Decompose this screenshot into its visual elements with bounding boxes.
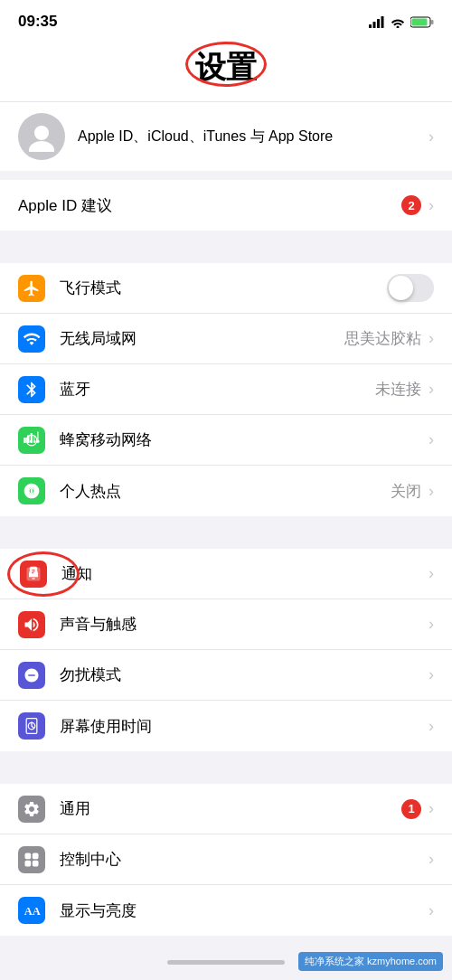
apple-id-suggestion-row[interactable]: Apple ID 建议 2 › <box>0 180 452 231</box>
wifi-icon <box>23 330 41 348</box>
status-bar: 09:35 <box>0 0 452 40</box>
hotspot-icon <box>23 482 41 500</box>
display-icon: AA <box>23 901 41 919</box>
svg-rect-16 <box>25 853 32 859</box>
display-row[interactable]: AA 显示与亮度 › <box>0 885 452 936</box>
general-row[interactable]: 通用 1 › <box>0 784 452 834</box>
home-indicator <box>167 960 285 965</box>
watermark: 纯净系统之家 kzmyhome.com <box>298 952 443 971</box>
svg-text:●●●: ●●● <box>29 437 40 443</box>
status-icons <box>369 16 434 28</box>
suggestion-chevron: › <box>428 196 434 215</box>
section-gap-1 <box>0 171 452 180</box>
notification-label: 通知 <box>61 563 428 584</box>
airplane-toggle[interactable] <box>387 274 434 302</box>
suggestion-label: Apple ID 建议 <box>18 195 401 216</box>
svg-rect-5 <box>412 18 428 25</box>
hotspot-row[interactable]: 个人热点 关闭 › <box>0 466 452 516</box>
svg-rect-2 <box>377 19 380 28</box>
screentime-chevron: › <box>428 717 434 736</box>
control-row[interactable]: 控制中心 › <box>0 834 452 885</box>
screentime-label: 屏幕使用时间 <box>60 716 428 737</box>
connectivity-section: 飞行模式 无线局域网 思美达胶粘 › 蓝牙 未连接 › <box>0 263 452 516</box>
battery-icon <box>410 16 434 28</box>
general-badge: 1 <box>401 799 421 819</box>
hotspot-chevron: › <box>428 482 434 501</box>
dnd-label: 勿扰模式 <box>60 664 428 685</box>
svg-rect-18 <box>25 860 32 866</box>
hotspot-value: 关闭 <box>391 481 421 502</box>
general-icon-bg <box>18 796 45 823</box>
notification-icon <box>24 565 42 583</box>
wifi-chevron: › <box>428 329 434 348</box>
svg-rect-6 <box>431 20 434 24</box>
display-chevron: › <box>428 901 434 920</box>
bluetooth-icon <box>23 381 41 399</box>
apple-id-row[interactable]: Apple ID、iCloud、iTunes 与 App Store › <box>0 101 452 171</box>
control-icon-bg <box>18 846 45 873</box>
screentime-icon <box>23 717 41 735</box>
cellular-icon-bg: ●●● <box>18 427 45 454</box>
bluetooth-value: 未连接 <box>375 379 421 400</box>
general-label: 通用 <box>60 798 401 819</box>
dnd-icon-bg <box>18 662 45 689</box>
svg-rect-19 <box>33 860 39 866</box>
signal-icon <box>369 16 385 28</box>
section-gap-3 <box>0 516 452 549</box>
svg-rect-1 <box>373 22 376 28</box>
wifi-icon-bg <box>18 325 45 353</box>
svg-rect-3 <box>381 16 384 28</box>
avatar-icon <box>26 121 57 152</box>
wifi-row[interactable]: 无线局域网 思美达胶粘 › <box>0 314 452 364</box>
control-label: 控制中心 <box>60 849 428 870</box>
sound-icon-bg <box>18 611 45 638</box>
general-icon <box>23 800 41 818</box>
svg-point-7 <box>34 126 49 140</box>
display-icon-bg: AA <box>18 897 45 924</box>
hotspot-label: 个人热点 <box>60 481 391 502</box>
bluetooth-chevron: › <box>428 380 434 399</box>
section-gap-4 <box>0 751 452 784</box>
hotspot-icon-bg <box>18 477 45 504</box>
control-chevron: › <box>428 850 434 869</box>
svg-point-8 <box>29 141 54 152</box>
section-gap-2 <box>0 231 452 263</box>
airplane-label: 飞行模式 <box>60 278 387 298</box>
airplane-icon <box>23 279 41 297</box>
control-icon <box>23 851 41 869</box>
page-title: 设置 <box>195 47 257 89</box>
notifications-section: 通知 › 声音与触感 › 勿扰模式 › <box>0 549 452 751</box>
cellular-label: 蜂窝移动网络 <box>60 429 428 450</box>
status-time: 09:35 <box>18 13 57 31</box>
cellular-row[interactable]: ●●● 蜂窝移动网络 › <box>0 415 452 466</box>
svg-rect-0 <box>369 24 372 28</box>
sound-icon <box>23 616 41 634</box>
settings-title-area: 设置 <box>0 40 452 101</box>
dnd-icon <box>23 666 41 684</box>
svg-point-11 <box>31 490 33 493</box>
sound-label: 声音与触感 <box>60 614 428 635</box>
bluetooth-label: 蓝牙 <box>60 379 375 400</box>
dnd-row[interactable]: 勿扰模式 › <box>0 650 452 701</box>
wifi-label: 无线局域网 <box>60 328 344 349</box>
bluetooth-row[interactable]: 蓝牙 未连接 › <box>0 364 452 415</box>
screentime-icon-bg <box>18 712 45 740</box>
suggestion-badge: 2 <box>401 195 421 215</box>
cellular-chevron: › <box>428 430 434 449</box>
display-label: 显示与亮度 <box>60 900 428 921</box>
svg-text:AA: AA <box>24 905 41 918</box>
svg-rect-17 <box>33 853 39 859</box>
notification-row[interactable]: 通知 › <box>0 549 452 599</box>
airplane-mode-row[interactable]: 飞行模式 <box>0 263 452 314</box>
general-section: 通用 1 › 控制中心 › AA 显示与亮度 › <box>0 784 452 936</box>
dnd-chevron: › <box>428 665 434 684</box>
sound-row[interactable]: 声音与触感 › <box>0 599 452 650</box>
cellular-icon: ●●● <box>23 431 41 449</box>
general-chevron: › <box>428 799 434 818</box>
apple-id-chevron: › <box>428 127 434 146</box>
wifi-status-icon <box>391 16 405 28</box>
screentime-row[interactable]: 屏幕使用时间 › <box>0 701 452 751</box>
apple-id-subtitle: Apple ID、iCloud、iTunes 与 App Store <box>78 127 428 146</box>
toggle-knob <box>389 276 413 300</box>
notification-icon-bg <box>20 561 47 588</box>
